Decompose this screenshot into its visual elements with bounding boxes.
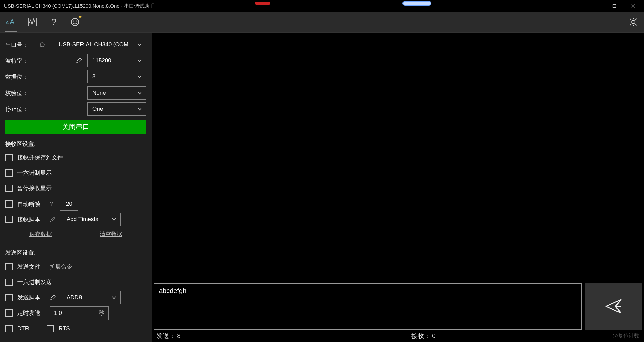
pencil-icon bbox=[50, 294, 56, 301]
text-size-icon: AA bbox=[6, 17, 16, 27]
databits-dropdown[interactable]: 8 bbox=[87, 70, 146, 83]
svg-point-6 bbox=[73, 20, 74, 21]
sparkle-icon bbox=[78, 15, 83, 19]
stopbits-dropdown[interactable]: One bbox=[87, 102, 146, 116]
send-button[interactable] bbox=[585, 283, 642, 330]
title-indicator-blue bbox=[402, 1, 431, 6]
tx-section-title: 发送区设置. bbox=[5, 249, 146, 257]
rx-autobreak-value-input[interactable]: 20 bbox=[60, 197, 78, 211]
tx-timed-value: 1.0 bbox=[54, 310, 62, 317]
sidebar: 串口号： USB-SERIAL CH340 (COM 波特率： 115200 数… bbox=[0, 32, 152, 342]
rts-checkbox[interactable] bbox=[47, 325, 54, 332]
divider bbox=[5, 243, 146, 243]
close-port-label: 关闭串口 bbox=[62, 122, 89, 131]
baud-edit-button[interactable] bbox=[76, 57, 83, 64]
parity-label: 校验位： bbox=[5, 89, 36, 97]
tx-hex-checkbox[interactable] bbox=[5, 279, 13, 286]
tx-script-edit-button[interactable] bbox=[50, 294, 57, 301]
rx-autobreak-help[interactable]: ? bbox=[50, 201, 53, 207]
rx-script-value: Add Timesta bbox=[67, 216, 99, 223]
rx-section-title: 接收区设置. bbox=[5, 140, 146, 148]
stopbits-value: One bbox=[92, 106, 103, 112]
refresh-ports-button[interactable] bbox=[39, 41, 46, 48]
close-port-button[interactable]: 关闭串口 bbox=[5, 120, 146, 134]
recv-label: 接收： bbox=[411, 332, 430, 339]
title-indicator-red bbox=[255, 2, 270, 5]
chevron-down-icon bbox=[111, 216, 117, 222]
sent-value: 8 bbox=[177, 332, 181, 339]
port-label: 串口号： bbox=[5, 41, 35, 49]
chevron-down-icon bbox=[137, 58, 143, 64]
svg-text:A: A bbox=[10, 18, 15, 26]
dtr-label: DTR bbox=[17, 325, 29, 332]
rx-script-edit-button[interactable] bbox=[50, 216, 57, 223]
tab-waveform[interactable] bbox=[26, 16, 38, 28]
chevron-down-icon bbox=[137, 90, 143, 96]
recv-value: 0 bbox=[432, 332, 436, 339]
rx-hex-label: 十六进制显示 bbox=[17, 169, 52, 177]
clear-data-link[interactable]: 清空数据 bbox=[100, 230, 122, 238]
tx-textarea[interactable] bbox=[154, 283, 582, 330]
statusbar: 发送： 8 接收： 0 @复位计数 bbox=[152, 330, 644, 342]
pencil-icon bbox=[50, 216, 56, 222]
svg-point-7 bbox=[76, 20, 77, 21]
minimize-button[interactable] bbox=[586, 0, 605, 12]
sent-label: 发送： bbox=[156, 332, 175, 339]
rx-autobreak-value: 20 bbox=[66, 201, 72, 207]
save-data-link[interactable]: 保存数据 bbox=[29, 230, 52, 238]
tx-timed-input[interactable]: 1.0 秒 bbox=[50, 306, 109, 320]
tab-help[interactable]: ? bbox=[48, 16, 60, 28]
minimize-icon bbox=[594, 4, 598, 8]
baud-value: 115200 bbox=[92, 57, 111, 64]
rx-script-checkbox[interactable] bbox=[5, 216, 13, 223]
svg-text:?: ? bbox=[51, 17, 57, 27]
rx-autobreak-checkbox[interactable] bbox=[5, 200, 13, 208]
ext-cmd-link[interactable]: 扩展命令 bbox=[50, 263, 72, 271]
tab-emoji[interactable] bbox=[69, 16, 81, 28]
rx-textarea[interactable] bbox=[154, 35, 642, 280]
tx-timed-checkbox[interactable] bbox=[5, 309, 13, 317]
port-dropdown[interactable]: USB-SERIAL CH340 (COM bbox=[54, 38, 146, 51]
pencil-icon bbox=[76, 57, 83, 64]
baud-dropdown[interactable]: 115200 bbox=[87, 54, 146, 67]
gear-icon bbox=[628, 17, 638, 27]
port-value: USB-SERIAL CH340 (COM bbox=[59, 41, 128, 48]
close-button[interactable] bbox=[624, 0, 643, 12]
tx-script-dropdown[interactable]: ADD8 bbox=[62, 291, 121, 304]
tx-script-value: ADD8 bbox=[67, 294, 82, 301]
chevron-down-icon bbox=[137, 106, 143, 112]
dtr-checkbox[interactable] bbox=[5, 325, 13, 332]
rx-script-dropdown[interactable]: Add Timesta bbox=[62, 213, 121, 226]
watermark: @复位计数 bbox=[612, 333, 639, 340]
chevron-down-icon bbox=[137, 42, 143, 48]
divider bbox=[5, 337, 146, 337]
help-icon: ? bbox=[49, 17, 58, 27]
svg-point-8 bbox=[632, 20, 635, 24]
window-title: USB-SERIAL CH340 (COM17),115200,None,8,O… bbox=[4, 3, 154, 9]
parity-dropdown[interactable]: None bbox=[87, 86, 146, 100]
maximize-button[interactable] bbox=[605, 0, 624, 12]
databits-label: 数据位： bbox=[5, 73, 36, 81]
svg-text:A: A bbox=[6, 20, 9, 25]
tx-timed-label: 定时发送 bbox=[17, 309, 40, 317]
titlebar: USB-SERIAL CH340 (COM17),115200,None,8,O… bbox=[0, 0, 644, 12]
tab-text-mode[interactable]: AA bbox=[5, 16, 17, 28]
rx-autobreak-label: 自动断帧 bbox=[17, 200, 40, 208]
toolbar: AA ? bbox=[0, 12, 644, 32]
refresh-icon bbox=[39, 42, 45, 48]
tx-hex-label: 十六进制发送 bbox=[17, 278, 52, 286]
tx-sendfile-checkbox[interactable] bbox=[5, 263, 13, 270]
rts-label: RTS bbox=[59, 325, 70, 332]
tx-timed-unit: 秒 bbox=[99, 309, 104, 317]
rx-hex-checkbox[interactable] bbox=[5, 169, 13, 177]
close-icon bbox=[631, 4, 635, 8]
rx-pause-checkbox[interactable] bbox=[5, 185, 13, 192]
settings-button[interactable] bbox=[627, 16, 639, 28]
rx-pause-label: 暂停接收显示 bbox=[17, 184, 52, 192]
svg-rect-0 bbox=[613, 5, 616, 8]
svg-point-5 bbox=[71, 18, 79, 26]
tx-script-checkbox[interactable] bbox=[5, 294, 13, 301]
chevron-down-icon bbox=[137, 74, 143, 80]
chevron-down-icon bbox=[111, 295, 117, 301]
rx-savefile-checkbox[interactable] bbox=[5, 154, 13, 161]
